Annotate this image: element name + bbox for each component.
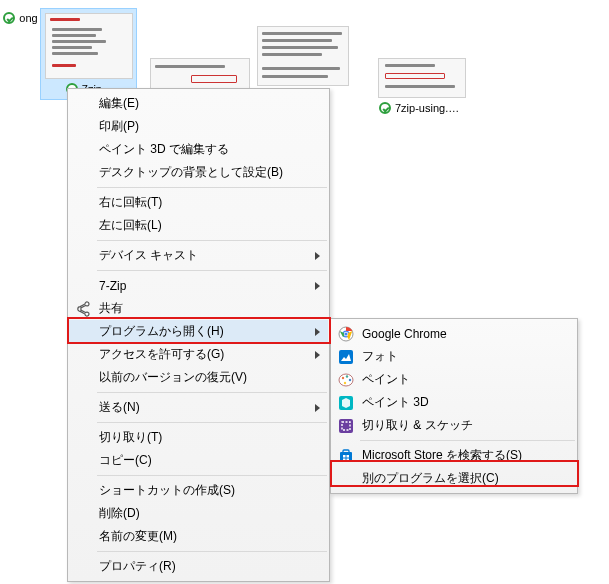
submenu-arrow-icon bbox=[315, 252, 320, 260]
submenu-item-snip[interactable]: 切り取り & スケッチ bbox=[332, 414, 576, 437]
menu-item-edit[interactable]: 編集(E) bbox=[69, 92, 328, 115]
menu-separator bbox=[97, 422, 327, 423]
menu-item-label: プロパティ(R) bbox=[99, 558, 176, 575]
svg-point-6 bbox=[342, 376, 344, 378]
svg-point-9 bbox=[344, 381, 346, 383]
share-icon bbox=[75, 301, 91, 317]
submenu-item-choose-another[interactable]: 別のプログラムを選択(C) bbox=[332, 467, 576, 490]
menu-item-label: 左に回転(L) bbox=[99, 217, 162, 234]
submenu-item-chrome[interactable]: Google Chrome bbox=[332, 322, 576, 345]
menu-item-label: ペイント 3D で編集する bbox=[99, 141, 229, 158]
ms-store-icon bbox=[338, 448, 354, 464]
desktop: ong 7zip... bbox=[0, 0, 609, 584]
paint-icon bbox=[338, 372, 354, 388]
menu-separator bbox=[97, 240, 327, 241]
menu-item-restore-versions[interactable]: 以前のバージョンの復元(V) bbox=[69, 366, 328, 389]
menu-separator bbox=[97, 475, 327, 476]
menu-item-print[interactable]: 印刷(P) bbox=[69, 115, 328, 138]
menu-separator bbox=[97, 551, 327, 552]
menu-item-label: プログラムから開く(H) bbox=[99, 323, 224, 340]
chrome-icon bbox=[338, 326, 354, 342]
menu-item-label: 削除(D) bbox=[99, 505, 140, 522]
context-menu-main: 編集(E) 印刷(P) ペイント 3D で編集する デスクトップの背景として設定… bbox=[67, 88, 330, 582]
menu-item-rename[interactable]: 名前の変更(M) bbox=[69, 525, 328, 548]
svg-point-8 bbox=[349, 378, 351, 380]
submenu-arrow-icon bbox=[315, 351, 320, 359]
menu-item-share[interactable]: 共有 bbox=[69, 297, 328, 320]
menu-item-label: 共有 bbox=[99, 300, 123, 317]
submenu-item-photos[interactable]: フォト bbox=[332, 345, 576, 368]
menu-item-label: 以前のバージョンの復元(V) bbox=[99, 369, 247, 386]
svg-rect-15 bbox=[347, 455, 350, 458]
menu-item-7zip[interactable]: 7-Zip bbox=[69, 274, 328, 297]
menu-item-label: コピー(C) bbox=[99, 452, 152, 469]
menu-separator bbox=[97, 270, 327, 271]
menu-item-label: ペイント 3D bbox=[362, 394, 429, 411]
menu-item-send-to[interactable]: 送る(N) bbox=[69, 396, 328, 419]
menu-item-label: フォト bbox=[362, 348, 398, 365]
menu-item-label: Google Chrome bbox=[362, 327, 447, 341]
file-thumbnail bbox=[45, 13, 133, 79]
file-name-text: 7zip-using.png bbox=[395, 102, 465, 114]
menu-item-label: 切り取り(T) bbox=[99, 429, 162, 446]
menu-item-rotate-left[interactable]: 左に回転(L) bbox=[69, 214, 328, 237]
submenu-arrow-icon bbox=[315, 404, 320, 412]
menu-item-open-with[interactable]: プログラムから開く(H) bbox=[69, 320, 328, 343]
menu-item-label: 切り取り & スケッチ bbox=[362, 417, 473, 434]
sync-badge-icon bbox=[379, 102, 391, 114]
submenu-item-paint3d[interactable]: ペイント 3D bbox=[332, 391, 576, 414]
submenu-item-paint[interactable]: ペイント bbox=[332, 368, 576, 391]
menu-item-label: 送る(N) bbox=[99, 399, 140, 416]
menu-separator bbox=[97, 187, 327, 188]
menu-item-label: デスクトップの背景として設定(B) bbox=[99, 164, 283, 181]
menu-item-grant-access[interactable]: アクセスを許可する(G) bbox=[69, 343, 328, 366]
menu-item-label: ショートカットの作成(S) bbox=[99, 482, 235, 499]
svg-rect-17 bbox=[347, 458, 350, 461]
svg-rect-14 bbox=[343, 455, 346, 458]
menu-item-cast[interactable]: デバイス キャスト bbox=[69, 244, 328, 267]
menu-item-label: 名前の変更(M) bbox=[99, 528, 177, 545]
submenu-arrow-icon bbox=[315, 328, 320, 336]
menu-item-label: アクセスを許可する(G) bbox=[99, 346, 224, 363]
menu-item-label: ペイント bbox=[362, 371, 410, 388]
sync-badge-icon bbox=[3, 12, 15, 24]
menu-item-label: デバイス キャスト bbox=[99, 247, 198, 264]
submenu-arrow-icon bbox=[315, 282, 320, 290]
menu-separator bbox=[97, 392, 327, 393]
file-thumbnail bbox=[257, 26, 349, 86]
file-thumbnail bbox=[150, 58, 250, 90]
file-label: 7zip-using.png bbox=[374, 102, 470, 114]
svg-rect-16 bbox=[343, 458, 346, 461]
paint3d-icon bbox=[338, 395, 354, 411]
menu-item-set-wallpaper[interactable]: デスクトップの背景として設定(B) bbox=[69, 161, 328, 184]
svg-point-7 bbox=[346, 375, 348, 377]
menu-item-label: 別のプログラムを選択(C) bbox=[362, 470, 499, 487]
menu-item-cut[interactable]: 切り取り(T) bbox=[69, 426, 328, 449]
menu-separator bbox=[360, 440, 575, 441]
menu-item-delete[interactable]: 削除(D) bbox=[69, 502, 328, 525]
svg-rect-11 bbox=[339, 419, 353, 433]
submenu-item-store-search[interactable]: Microsoft Store を検索する(S) bbox=[332, 444, 576, 467]
photos-app-icon bbox=[338, 349, 354, 365]
menu-item-label: 7-Zip bbox=[99, 279, 126, 293]
menu-item-label: Microsoft Store を検索する(S) bbox=[362, 447, 522, 464]
file-item[interactable]: 7zip-using.png bbox=[372, 54, 472, 118]
context-menu-open-with: Google Chrome フォト ペイント ペイント 3D 切り取り & スケ… bbox=[330, 318, 578, 494]
svg-rect-13 bbox=[343, 450, 349, 453]
menu-item-paint3d-edit[interactable]: ペイント 3D で編集する bbox=[69, 138, 328, 161]
file-item-selected[interactable]: 7zip... bbox=[40, 8, 137, 100]
menu-item-rotate-right[interactable]: 右に回転(T) bbox=[69, 191, 328, 214]
svg-point-3 bbox=[344, 332, 347, 335]
menu-item-create-shortcut[interactable]: ショートカットの作成(S) bbox=[69, 479, 328, 502]
menu-item-label: 編集(E) bbox=[99, 95, 139, 112]
file-thumbnail bbox=[378, 58, 466, 98]
svg-rect-4 bbox=[339, 350, 353, 364]
file-name-text: ong bbox=[19, 12, 37, 24]
menu-item-properties[interactable]: プロパティ(R) bbox=[69, 555, 328, 578]
menu-item-label: 右に回転(T) bbox=[99, 194, 162, 211]
menu-item-copy[interactable]: コピー(C) bbox=[69, 449, 328, 472]
snip-sketch-icon bbox=[338, 418, 354, 434]
menu-item-label: 印刷(P) bbox=[99, 118, 139, 135]
